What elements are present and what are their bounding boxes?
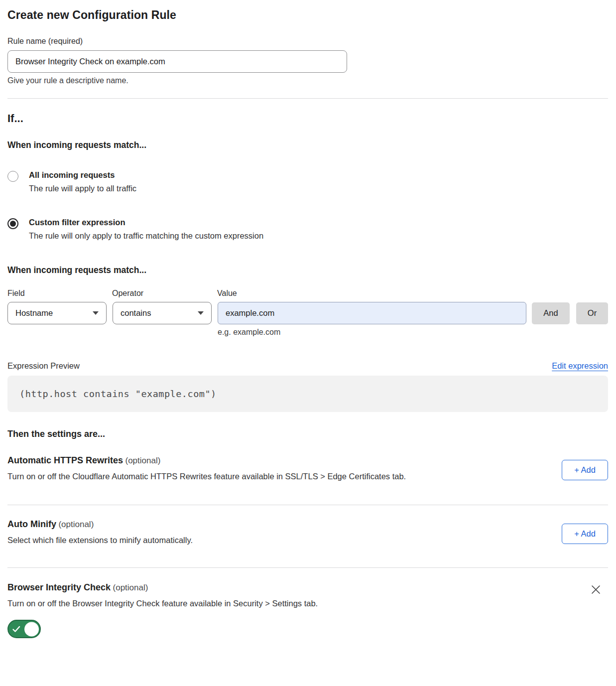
- rule-name-label: Rule name (required): [7, 37, 608, 46]
- check-icon: [12, 626, 20, 633]
- expression-preview-code-block: (http.host contains "example.com"): [7, 376, 608, 412]
- radio-button-unselected[interactable]: [7, 171, 18, 182]
- expression-preview-label: Expression Preview: [7, 361, 80, 371]
- and-button[interactable]: And: [532, 302, 570, 324]
- settings-heading: Then the settings are...: [7, 429, 608, 439]
- optional-tag: (optional): [113, 583, 148, 592]
- radio-button-selected[interactable]: [7, 218, 18, 229]
- page-title: Create new Configuration Rule: [7, 8, 608, 22]
- radio-option-label: All incoming requests: [29, 170, 136, 180]
- toggle-knob: [24, 622, 39, 636]
- value-column-label: Value: [217, 289, 237, 298]
- match-heading: When incoming requests match...: [7, 140, 608, 150]
- setting-title: Auto Minify: [7, 519, 56, 529]
- edit-expression-link[interactable]: Edit expression: [552, 361, 608, 371]
- setting-section-automatic-https-rewrites: Automatic HTTPS Rewrites (optional) Turn…: [7, 455, 608, 481]
- optional-tag: (optional): [125, 456, 161, 465]
- browser-integrity-check-toggle[interactable]: [7, 620, 41, 638]
- radio-option-custom-filter[interactable]: Custom filter expression The rule will o…: [7, 218, 608, 241]
- chevron-down-icon: [93, 311, 99, 315]
- builder-heading: When incoming requests match...: [7, 265, 608, 275]
- divider: [7, 505, 608, 505]
- value-helper: e.g. example.com: [218, 328, 608, 337]
- divider: [7, 98, 608, 99]
- field-select-value: Hostname: [15, 308, 53, 318]
- setting-section-browser-integrity-check: Browser Integrity Check (optional) Turn …: [7, 582, 608, 640]
- divider: [7, 567, 608, 568]
- setting-description: Turn on or off the Cloudflare Automatic …: [7, 472, 406, 481]
- value-input[interactable]: [218, 302, 526, 324]
- add-automatic-https-rewrites-button[interactable]: + Add: [562, 460, 608, 480]
- radio-option-all-requests[interactable]: All incoming requests The rule will appl…: [7, 170, 608, 193]
- optional-tag: (optional): [58, 520, 94, 529]
- radio-option-description: The rule will apply to all traffic: [29, 184, 136, 193]
- radio-option-description: The rule will only apply to traffic matc…: [29, 231, 263, 241]
- chevron-down-icon: [198, 311, 204, 315]
- close-icon[interactable]: [590, 583, 602, 596]
- add-auto-minify-button[interactable]: + Add: [562, 524, 608, 544]
- field-column-label: Field: [7, 289, 112, 298]
- create-configuration-rule-form: Create new Configuration Rule Rule name …: [0, 0, 616, 640]
- setting-section-auto-minify: Auto Minify (optional) Select which file…: [7, 519, 608, 545]
- operator-select-value: contains: [121, 308, 151, 318]
- radio-option-label: Custom filter expression: [29, 218, 263, 227]
- or-button[interactable]: Or: [576, 302, 608, 324]
- rule-name-input[interactable]: [7, 50, 347, 73]
- setting-title: Browser Integrity Check: [7, 582, 111, 592]
- setting-description: Select which file extensions to minify a…: [7, 536, 193, 545]
- operator-select[interactable]: contains: [113, 302, 212, 324]
- operator-column-label: Operator: [112, 289, 217, 298]
- expression-code: (http.host contains "example.com"): [19, 389, 217, 399]
- field-select[interactable]: Hostname: [7, 302, 107, 324]
- setting-title: Automatic HTTPS Rewrites: [7, 455, 123, 465]
- if-heading: If...: [7, 112, 608, 125]
- rule-name-helper: Give your rule a descriptive name.: [7, 76, 608, 85]
- setting-description: Turn on or off the Browser Integrity Che…: [7, 599, 318, 608]
